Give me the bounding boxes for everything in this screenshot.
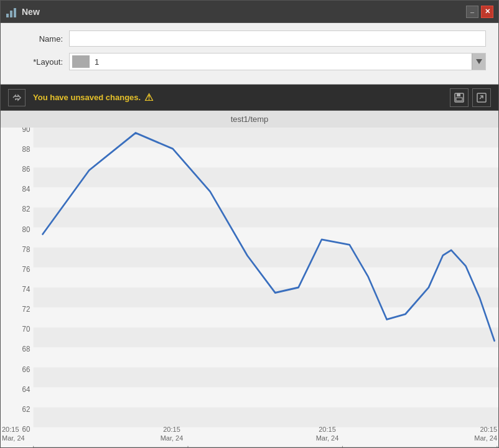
svg-rect-12 bbox=[34, 187, 498, 207]
unsaved-text: You have unsaved changes. bbox=[33, 93, 141, 102]
svg-rect-15 bbox=[34, 248, 498, 268]
toolbar-right-buttons bbox=[450, 88, 491, 107]
svg-marker-3 bbox=[476, 59, 482, 64]
layout-color-swatch bbox=[72, 55, 90, 68]
svg-rect-17 bbox=[34, 287, 498, 307]
svg-rect-16 bbox=[34, 268, 498, 287]
svg-text:80: 80 bbox=[22, 225, 30, 234]
svg-text:82: 82 bbox=[22, 205, 30, 214]
svg-rect-13 bbox=[34, 208, 498, 228]
title-bar: New – ✕ bbox=[1, 1, 498, 23]
main-window: New – ✕ Name: *Layout: 1 bbox=[0, 0, 499, 448]
svg-rect-1 bbox=[10, 11, 12, 17]
warning-icon: ⚠ bbox=[144, 91, 153, 103]
chart-body: 90 88 86 84 82 80 78 76 74 72 70 68 66 6… bbox=[1, 128, 498, 447]
layout-label: *Layout: bbox=[13, 57, 63, 67]
x-label-3: 20:15Mar, 24 bbox=[312, 425, 343, 447]
svg-rect-6 bbox=[456, 98, 462, 101]
expand-button[interactable] bbox=[8, 89, 26, 106]
svg-text:64: 64 bbox=[22, 385, 30, 394]
svg-rect-9 bbox=[34, 128, 498, 147]
x-label-2: 20:15Mar, 24 bbox=[156, 425, 187, 447]
x-label-4: 20:15Mar, 24 bbox=[467, 425, 498, 447]
window-controls: – ✕ bbox=[466, 6, 493, 18]
toolbar: You have unsaved changes. ⚠ bbox=[1, 85, 498, 111]
svg-rect-0 bbox=[6, 14, 9, 17]
svg-text:66: 66 bbox=[22, 365, 30, 374]
svg-text:78: 78 bbox=[22, 245, 30, 254]
chart-container: test1/temp bbox=[1, 111, 498, 447]
svg-text:84: 84 bbox=[22, 185, 30, 194]
minimize-button[interactable]: – bbox=[466, 6, 478, 18]
form-area: Name: *Layout: 1 bbox=[1, 23, 498, 85]
name-row: Name: bbox=[13, 30, 486, 47]
svg-text:68: 68 bbox=[22, 345, 30, 354]
svg-rect-18 bbox=[34, 307, 498, 327]
svg-rect-5 bbox=[457, 93, 460, 96]
layout-select[interactable]: 1 bbox=[69, 53, 486, 70]
window-title: New bbox=[22, 7, 466, 17]
layout-row: *Layout: 1 bbox=[13, 53, 486, 70]
svg-text:88: 88 bbox=[22, 145, 30, 154]
name-input[interactable] bbox=[69, 30, 486, 47]
svg-text:90: 90 bbox=[22, 128, 30, 134]
svg-text:86: 86 bbox=[22, 165, 30, 174]
svg-text:70: 70 bbox=[22, 325, 30, 334]
svg-rect-22 bbox=[34, 388, 498, 408]
chart-title: test1/temp bbox=[1, 111, 498, 128]
svg-text:62: 62 bbox=[22, 404, 30, 414]
chart-svg: 90 88 86 84 82 80 78 76 74 72 70 68 66 6… bbox=[1, 128, 498, 447]
layout-dropdown-arrow[interactable] bbox=[472, 54, 485, 70]
unsaved-message: You have unsaved changes. ⚠ bbox=[33, 91, 450, 103]
svg-text:76: 76 bbox=[22, 264, 30, 274]
export-button[interactable] bbox=[472, 88, 491, 107]
name-label: Name: bbox=[13, 34, 63, 44]
x-label-1: 20:15Mar, 24 bbox=[1, 425, 32, 447]
svg-text:74: 74 bbox=[22, 284, 30, 294]
svg-rect-21 bbox=[34, 368, 498, 388]
close-button[interactable]: ✕ bbox=[481, 6, 493, 18]
svg-rect-11 bbox=[34, 167, 498, 187]
save-button[interactable] bbox=[450, 88, 469, 107]
svg-rect-14 bbox=[34, 228, 498, 248]
layout-value: 1 bbox=[95, 57, 483, 67]
chart-icon bbox=[6, 6, 18, 18]
svg-rect-10 bbox=[34, 147, 498, 167]
svg-rect-2 bbox=[14, 8, 16, 17]
svg-rect-20 bbox=[34, 347, 498, 367]
svg-rect-19 bbox=[34, 327, 498, 347]
svg-text:72: 72 bbox=[22, 305, 30, 314]
